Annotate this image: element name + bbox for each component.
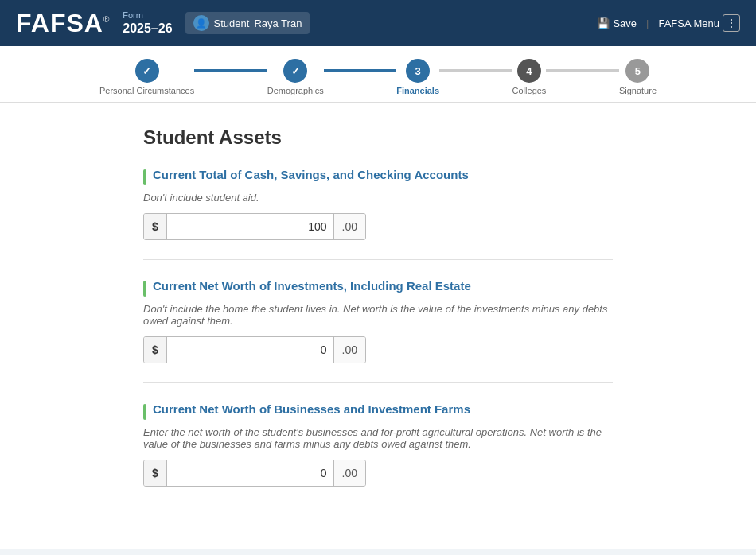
menu-dots-icon: ⋮ xyxy=(723,14,740,32)
app-header: FAFSA® Form 2025–26 👤 Student Raya Tran … xyxy=(0,0,756,46)
header-left: FAFSA® Form 2025–26 👤 Student Raya Tran xyxy=(16,9,310,38)
step-2: ✓ Demographics xyxy=(267,59,324,95)
investments-title: Current Net Worth of Investments, Includ… xyxy=(153,279,471,293)
save-icon: 💾 xyxy=(597,17,610,29)
businesses-input-row: $ .00 xyxy=(143,460,366,487)
step-4: 4 Colleges xyxy=(512,59,547,95)
footer: Previous Continue xyxy=(0,549,756,555)
businesses-dollar: $ xyxy=(144,460,167,486)
investments-input[interactable] xyxy=(167,337,333,363)
form-info: Form 2025–26 xyxy=(123,10,172,36)
student-icon: 👤 xyxy=(193,15,209,31)
cash-dollar: $ xyxy=(144,214,167,239)
cash-title: Current Total of Cash, Savings, and Chec… xyxy=(153,168,469,181)
step-1-circle: ✓ xyxy=(135,59,159,83)
save-button[interactable]: 💾 Save xyxy=(597,17,637,29)
step-3-label: Financials xyxy=(396,86,439,95)
investments-label-row: Current Net Worth of Investments, Includ… xyxy=(143,279,613,297)
connector-4-5 xyxy=(546,69,619,72)
fafsa-menu-button[interactable]: FAFSA Menu ⋮ xyxy=(658,14,740,32)
businesses-cents: .00 xyxy=(333,460,365,486)
businesses-title: Current Net Worth of Businesses and Inve… xyxy=(153,402,470,416)
connector-3-4 xyxy=(439,69,512,72)
step-5-label: Signature xyxy=(619,86,657,95)
logo-text: FAFSA® xyxy=(16,9,110,37)
student-badge: 👤 Student Raya Tran xyxy=(185,12,310,34)
steps-container: ✓ Personal Circumstances ✓ Demographics … xyxy=(99,59,657,95)
investments-bar xyxy=(143,281,146,297)
step-4-label: Colleges xyxy=(512,86,547,95)
step-1-label: Personal Circumstances xyxy=(99,86,194,95)
step-3-circle: 3 xyxy=(406,59,430,83)
step-5-circle: 5 xyxy=(625,59,649,83)
investments-section: Current Net Worth of Investments, Includ… xyxy=(143,279,613,383)
step-4-circle: 4 xyxy=(517,59,541,83)
investments-input-row: $ .00 xyxy=(143,336,366,363)
cash-hint: Don't include student aid. xyxy=(143,192,613,204)
step-2-circle: ✓ xyxy=(283,59,307,83)
cash-cents: .00 xyxy=(333,214,365,239)
businesses-input[interactable] xyxy=(167,460,333,486)
header-right: 💾 Save | FAFSA Menu ⋮ xyxy=(597,14,740,32)
fafsa-logo: FAFSA® xyxy=(16,9,110,38)
businesses-hint: Enter the net worth of the student's bus… xyxy=(143,426,613,450)
investments-dollar: $ xyxy=(144,337,167,363)
main-content: Student Assets Current Total of Cash, Sa… xyxy=(0,103,756,549)
businesses-label-row: Current Net Worth of Businesses and Inve… xyxy=(143,402,613,420)
student-role: Student xyxy=(214,17,250,29)
investments-hint: Don't include the home the student lives… xyxy=(143,303,613,327)
student-name: Raya Tran xyxy=(254,17,302,29)
step-1: ✓ Personal Circumstances xyxy=(99,59,194,95)
step-2-label: Demographics xyxy=(267,86,324,95)
businesses-section: Current Net Worth of Businesses and Inve… xyxy=(143,402,613,506)
cash-section: Current Total of Cash, Savings, and Chec… xyxy=(143,168,613,260)
step-3: 3 Financials xyxy=(396,59,439,95)
cash-label-row: Current Total of Cash, Savings, and Chec… xyxy=(143,168,613,185)
progress-bar: ✓ Personal Circumstances ✓ Demographics … xyxy=(0,46,756,103)
cash-input[interactable] xyxy=(167,214,333,239)
header-divider: | xyxy=(646,17,649,29)
connector-2-3 xyxy=(324,69,397,72)
connector-1-2 xyxy=(194,69,267,72)
businesses-bar xyxy=(143,404,146,420)
page-title: Student Assets xyxy=(143,126,613,149)
cash-input-row: $ .00 xyxy=(143,213,366,240)
cash-bar xyxy=(143,169,146,185)
investments-cents: .00 xyxy=(333,337,365,363)
step-5: 5 Signature xyxy=(619,59,657,95)
